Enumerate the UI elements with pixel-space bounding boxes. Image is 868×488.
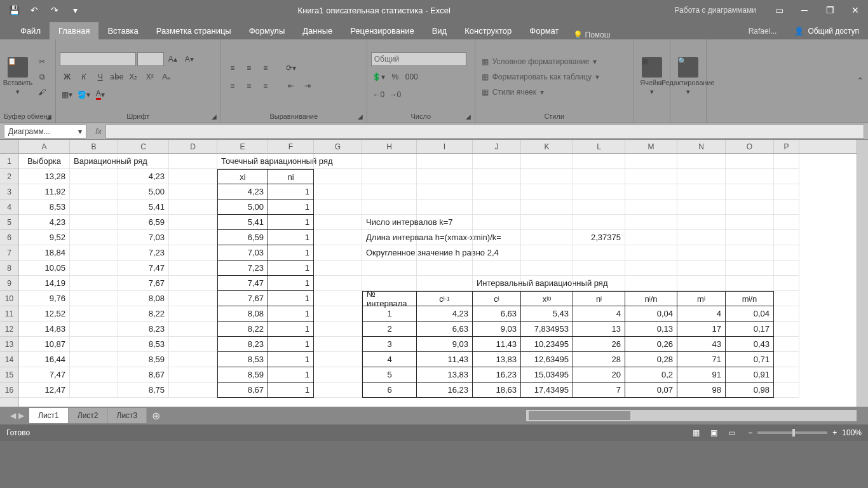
paste-button[interactable]: 📋 Вставить▾ [4,42,32,111]
col-header-N[interactable]: N [677,140,726,153]
cell-G10[interactable] [314,291,362,306]
col-header-G[interactable]: G [314,140,362,153]
cell-G7[interactable] [314,245,362,261]
cell-M1[interactable] [625,154,677,169]
underline-button[interactable]: Ч [93,70,108,84]
cell-B1[interactable]: Вариационный ряд [70,154,118,169]
cell-B3[interactable] [70,184,118,200]
cell-I3[interactable] [417,184,473,200]
zoom-in[interactable]: + [832,428,837,437]
view-page-layout[interactable]: ▣ [705,426,722,440]
cell-N7[interactable] [677,245,726,261]
tab-formulas[interactable]: Формулы [240,22,294,39]
cell-O9[interactable] [726,276,774,291]
cell-J4[interactable] [473,200,521,215]
italic-button[interactable]: К [76,70,92,84]
row-header-10[interactable]: 10 [0,291,18,306]
formula-input[interactable] [105,125,864,139]
cell-B4[interactable] [70,200,118,215]
cell-C7[interactable]: 7,23 [118,245,169,261]
cell-C1[interactable] [118,154,169,169]
cell-A8[interactable]: 10,05 [19,261,70,276]
cell-D2[interactable] [169,169,217,184]
cell-F5[interactable]: 1 [268,215,314,230]
cell-I9[interactable] [417,276,473,291]
cell-M12[interactable]: 0,13 [625,322,677,337]
cell-K7[interactable] [521,245,573,261]
row-header-13[interactable]: 13 [0,337,18,352]
cell-M2[interactable] [625,169,677,184]
cell-J8[interactable] [473,261,521,276]
row-header-4[interactable]: 4 [0,200,18,215]
row-header-6[interactable]: 6 [0,230,18,245]
cell-N14[interactable]: 71 [677,352,726,367]
cell-L10[interactable]: ni [573,291,625,306]
cell-F15[interactable]: 1 [268,367,314,383]
cell-I1[interactable] [417,154,473,169]
cell-A12[interactable]: 14,83 [19,322,70,337]
cell-O14[interactable]: 0,71 [726,352,774,367]
cell-F14[interactable]: 1 [268,352,314,367]
cell-A11[interactable]: 12,52 [19,306,70,322]
cell-E1[interactable]: Точечный вариационный ряд [217,154,268,169]
cell-P1[interactable] [774,154,799,169]
cut-button[interactable]: ✂ [34,55,50,69]
cell-H15[interactable]: 5 [362,367,417,383]
cell-E4[interactable]: 5,00 [217,200,268,215]
sheet-tab-3[interactable]: Лист3 [108,408,147,423]
cell-J14[interactable]: 13,83 [473,352,521,367]
col-header-L[interactable]: L [573,140,625,153]
cell-G11[interactable] [314,306,362,322]
cell-F6[interactable]: 1 [268,230,314,245]
cell-I8[interactable] [417,261,473,276]
cell-B16[interactable] [70,383,118,398]
cell-F7[interactable]: 1 [268,245,314,261]
cell-K13[interactable]: 10,23495 [521,337,573,352]
cell-E11[interactable]: 8,08 [217,306,268,322]
horizontal-scrollbar[interactable] [526,410,857,421]
row-header-1[interactable]: 1 [0,154,18,169]
cell-N6[interactable] [677,230,726,245]
cell-K10[interactable]: xi0 [521,291,573,306]
cell-H13[interactable]: 3 [362,337,417,352]
cell-M13[interactable]: 0,26 [625,337,677,352]
cell-C4[interactable]: 5,41 [118,200,169,215]
cell-A13[interactable]: 10,87 [19,337,70,352]
row-header-5[interactable]: 5 [0,215,18,230]
sheet-next[interactable]: ▶ [18,411,24,420]
cell-K9[interactable] [521,276,573,291]
cell-J15[interactable]: 16,23 [473,367,521,383]
cell-L13[interactable]: 26 [573,337,625,352]
qat-customize[interactable]: ▾ [66,1,84,19]
cell-I4[interactable] [417,200,473,215]
row-header-14[interactable]: 14 [0,352,18,367]
row-header-15[interactable]: 15 [0,367,18,383]
cell-P4[interactable] [774,200,799,215]
cell-D15[interactable] [169,367,217,383]
cell-O16[interactable]: 0,98 [726,383,774,398]
cells-area[interactable]: ВыборкаВариационный рядТочечный вариацио… [19,154,857,398]
cell-B11[interactable] [70,306,118,322]
cell-L14[interactable]: 28 [573,352,625,367]
select-all-corner[interactable] [0,140,18,154]
view-page-break[interactable]: ▭ [722,426,740,440]
collapse-ribbon[interactable]: ⌃ [853,39,868,123]
bold-button[interactable]: Ж [60,70,75,84]
cell-M15[interactable]: 0,2 [625,367,677,383]
cell-A2[interactable]: 13,28 [19,169,70,184]
cell-J10[interactable]: ci [473,291,521,306]
font-family-box[interactable] [60,52,136,66]
borders-button[interactable]: ▦▾ [60,88,75,102]
cell-D6[interactable] [169,230,217,245]
cell-E2[interactable]: xi [217,169,268,184]
cell-D1[interactable] [169,154,217,169]
cell-C12[interactable]: 8,23 [118,322,169,337]
cell-I12[interactable]: 6,63 [417,322,473,337]
cell-K2[interactable] [521,169,573,184]
cell-C8[interactable]: 7,47 [118,261,169,276]
cell-G12[interactable] [314,322,362,337]
maximize-button[interactable]: ❐ [817,0,843,20]
cell-P16[interactable] [774,383,799,398]
cell-L7[interactable] [573,245,625,261]
orientation[interactable]: ⟳▾ [283,61,299,75]
